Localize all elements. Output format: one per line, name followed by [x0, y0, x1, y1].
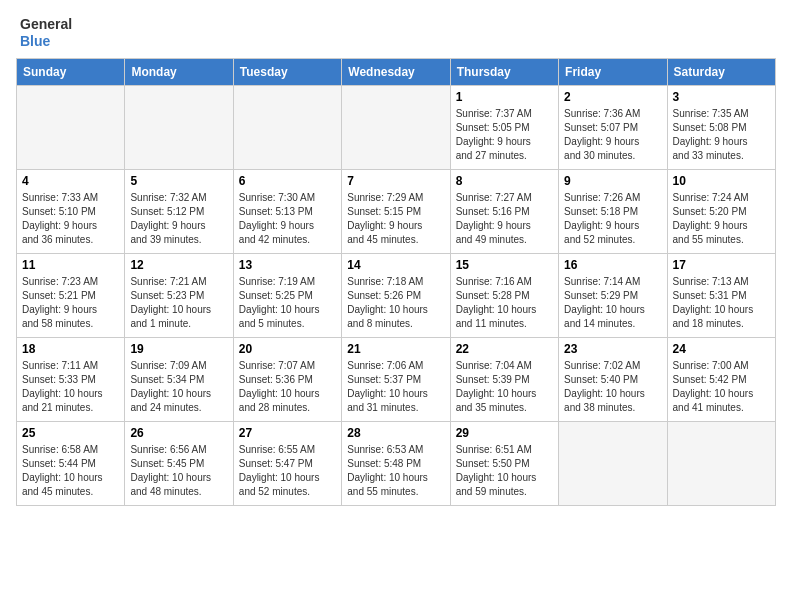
calendar-week-row: 4Sunrise: 7:33 AMSunset: 5:10 PMDaylight… — [17, 169, 776, 253]
day-info: Sunrise: 7:19 AMSunset: 5:25 PMDaylight:… — [239, 275, 336, 331]
table-row: 12Sunrise: 7:21 AMSunset: 5:23 PMDayligh… — [125, 253, 233, 337]
day-number: 11 — [22, 258, 119, 272]
calendar-header-monday: Monday — [125, 58, 233, 85]
day-number: 10 — [673, 174, 770, 188]
table-row — [125, 85, 233, 169]
table-row: 19Sunrise: 7:09 AMSunset: 5:34 PMDayligh… — [125, 337, 233, 421]
day-info: Sunrise: 6:55 AMSunset: 5:47 PMDaylight:… — [239, 443, 336, 499]
day-number: 14 — [347, 258, 444, 272]
table-row: 17Sunrise: 7:13 AMSunset: 5:31 PMDayligh… — [667, 253, 775, 337]
day-number: 18 — [22, 342, 119, 356]
day-info: Sunrise: 7:29 AMSunset: 5:15 PMDaylight:… — [347, 191, 444, 247]
logo-general: General — [20, 16, 72, 33]
day-info: Sunrise: 6:53 AMSunset: 5:48 PMDaylight:… — [347, 443, 444, 499]
table-row: 5Sunrise: 7:32 AMSunset: 5:12 PMDaylight… — [125, 169, 233, 253]
table-row — [559, 421, 667, 505]
day-number: 7 — [347, 174, 444, 188]
calendar-table: SundayMondayTuesdayWednesdayThursdayFrid… — [16, 58, 776, 506]
day-info: Sunrise: 7:11 AMSunset: 5:33 PMDaylight:… — [22, 359, 119, 415]
day-info: Sunrise: 6:58 AMSunset: 5:44 PMDaylight:… — [22, 443, 119, 499]
day-number: 1 — [456, 90, 553, 104]
table-row — [17, 85, 125, 169]
day-info: Sunrise: 7:32 AMSunset: 5:12 PMDaylight:… — [130, 191, 227, 247]
day-number: 8 — [456, 174, 553, 188]
calendar-header-thursday: Thursday — [450, 58, 558, 85]
table-row: 2Sunrise: 7:36 AMSunset: 5:07 PMDaylight… — [559, 85, 667, 169]
table-row: 16Sunrise: 7:14 AMSunset: 5:29 PMDayligh… — [559, 253, 667, 337]
table-row: 23Sunrise: 7:02 AMSunset: 5:40 PMDayligh… — [559, 337, 667, 421]
table-row: 13Sunrise: 7:19 AMSunset: 5:25 PMDayligh… — [233, 253, 341, 337]
table-row: 22Sunrise: 7:04 AMSunset: 5:39 PMDayligh… — [450, 337, 558, 421]
day-info: Sunrise: 7:26 AMSunset: 5:18 PMDaylight:… — [564, 191, 661, 247]
day-number: 4 — [22, 174, 119, 188]
day-info: Sunrise: 7:30 AMSunset: 5:13 PMDaylight:… — [239, 191, 336, 247]
calendar-header-tuesday: Tuesday — [233, 58, 341, 85]
calendar-week-row: 25Sunrise: 6:58 AMSunset: 5:44 PMDayligh… — [17, 421, 776, 505]
table-row: 1Sunrise: 7:37 AMSunset: 5:05 PMDaylight… — [450, 85, 558, 169]
table-row: 24Sunrise: 7:00 AMSunset: 5:42 PMDayligh… — [667, 337, 775, 421]
day-number: 27 — [239, 426, 336, 440]
day-number: 22 — [456, 342, 553, 356]
day-number: 24 — [673, 342, 770, 356]
day-number: 12 — [130, 258, 227, 272]
day-info: Sunrise: 7:23 AMSunset: 5:21 PMDaylight:… — [22, 275, 119, 331]
table-row: 18Sunrise: 7:11 AMSunset: 5:33 PMDayligh… — [17, 337, 125, 421]
day-number: 17 — [673, 258, 770, 272]
day-info: Sunrise: 7:00 AMSunset: 5:42 PMDaylight:… — [673, 359, 770, 415]
table-row: 20Sunrise: 7:07 AMSunset: 5:36 PMDayligh… — [233, 337, 341, 421]
day-info: Sunrise: 7:37 AMSunset: 5:05 PMDaylight:… — [456, 107, 553, 163]
day-info: Sunrise: 6:56 AMSunset: 5:45 PMDaylight:… — [130, 443, 227, 499]
day-info: Sunrise: 7:36 AMSunset: 5:07 PMDaylight:… — [564, 107, 661, 163]
table-row: 25Sunrise: 6:58 AMSunset: 5:44 PMDayligh… — [17, 421, 125, 505]
day-number: 13 — [239, 258, 336, 272]
calendar-week-row: 1Sunrise: 7:37 AMSunset: 5:05 PMDaylight… — [17, 85, 776, 169]
table-row: 6Sunrise: 7:30 AMSunset: 5:13 PMDaylight… — [233, 169, 341, 253]
day-number: 28 — [347, 426, 444, 440]
table-row: 9Sunrise: 7:26 AMSunset: 5:18 PMDaylight… — [559, 169, 667, 253]
day-info: Sunrise: 7:18 AMSunset: 5:26 PMDaylight:… — [347, 275, 444, 331]
day-number: 20 — [239, 342, 336, 356]
day-info: Sunrise: 7:07 AMSunset: 5:36 PMDaylight:… — [239, 359, 336, 415]
day-number: 21 — [347, 342, 444, 356]
day-number: 2 — [564, 90, 661, 104]
day-number: 25 — [22, 426, 119, 440]
table-row: 21Sunrise: 7:06 AMSunset: 5:37 PMDayligh… — [342, 337, 450, 421]
table-row: 14Sunrise: 7:18 AMSunset: 5:26 PMDayligh… — [342, 253, 450, 337]
day-info: Sunrise: 7:33 AMSunset: 5:10 PMDaylight:… — [22, 191, 119, 247]
day-number: 6 — [239, 174, 336, 188]
day-number: 5 — [130, 174, 227, 188]
calendar-header-row: SundayMondayTuesdayWednesdayThursdayFrid… — [17, 58, 776, 85]
day-info: Sunrise: 7:35 AMSunset: 5:08 PMDaylight:… — [673, 107, 770, 163]
table-row — [233, 85, 341, 169]
day-number: 26 — [130, 426, 227, 440]
calendar-header-saturday: Saturday — [667, 58, 775, 85]
table-row — [342, 85, 450, 169]
day-number: 19 — [130, 342, 227, 356]
day-info: Sunrise: 7:16 AMSunset: 5:28 PMDaylight:… — [456, 275, 553, 331]
logo-blue: Blue — [20, 33, 72, 50]
table-row: 7Sunrise: 7:29 AMSunset: 5:15 PMDaylight… — [342, 169, 450, 253]
day-info: Sunrise: 7:04 AMSunset: 5:39 PMDaylight:… — [456, 359, 553, 415]
table-row: 11Sunrise: 7:23 AMSunset: 5:21 PMDayligh… — [17, 253, 125, 337]
day-info: Sunrise: 7:27 AMSunset: 5:16 PMDaylight:… — [456, 191, 553, 247]
day-info: Sunrise: 6:51 AMSunset: 5:50 PMDaylight:… — [456, 443, 553, 499]
calendar-week-row: 11Sunrise: 7:23 AMSunset: 5:21 PMDayligh… — [17, 253, 776, 337]
table-row: 4Sunrise: 7:33 AMSunset: 5:10 PMDaylight… — [17, 169, 125, 253]
day-number: 16 — [564, 258, 661, 272]
table-row: 3Sunrise: 7:35 AMSunset: 5:08 PMDaylight… — [667, 85, 775, 169]
day-number: 15 — [456, 258, 553, 272]
logo: General Blue — [16, 16, 72, 50]
day-info: Sunrise: 7:02 AMSunset: 5:40 PMDaylight:… — [564, 359, 661, 415]
day-info: Sunrise: 7:14 AMSunset: 5:29 PMDaylight:… — [564, 275, 661, 331]
table-row: 26Sunrise: 6:56 AMSunset: 5:45 PMDayligh… — [125, 421, 233, 505]
table-row — [667, 421, 775, 505]
calendar-header-friday: Friday — [559, 58, 667, 85]
day-number: 29 — [456, 426, 553, 440]
day-info: Sunrise: 7:13 AMSunset: 5:31 PMDaylight:… — [673, 275, 770, 331]
calendar-header-wednesday: Wednesday — [342, 58, 450, 85]
page-header: General Blue — [16, 16, 776, 50]
table-row: 29Sunrise: 6:51 AMSunset: 5:50 PMDayligh… — [450, 421, 558, 505]
day-info: Sunrise: 7:09 AMSunset: 5:34 PMDaylight:… — [130, 359, 227, 415]
table-row: 27Sunrise: 6:55 AMSunset: 5:47 PMDayligh… — [233, 421, 341, 505]
table-row: 8Sunrise: 7:27 AMSunset: 5:16 PMDaylight… — [450, 169, 558, 253]
